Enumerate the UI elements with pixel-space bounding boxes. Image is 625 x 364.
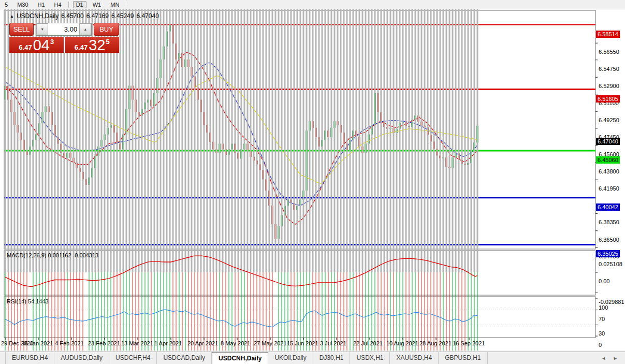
price-axis-tick: 6.36500 <box>599 237 619 243</box>
rsi-indicator-label: RSI(14) 54.1443 <box>7 298 49 304</box>
volume-increase-button[interactable]: ▲ <box>79 23 91 35</box>
price-axis-tick: 6.38350 <box>599 219 619 225</box>
timeframe-m30[interactable]: M30 <box>14 1 31 8</box>
date-axis-label: 23 Feb 2021 <box>88 340 120 346</box>
price-level-tag: 6.51605 <box>596 95 620 103</box>
date-axis-label: 13 Mar 2021 <box>121 340 153 346</box>
tab-dj30-h1[interactable]: DJ30,H1 <box>313 352 351 364</box>
macd-scale-label: -0.029881 <box>599 299 624 305</box>
tab-scroll-right-icon[interactable]: ► <box>613 356 618 361</box>
toolbar-separator <box>126 2 127 8</box>
quote-line: ▲USDCNH,Daily6.457006.471696.452496.4704… <box>10 12 162 20</box>
buy-button[interactable]: BUY <box>94 23 119 36</box>
timeframe-h1[interactable]: H1 <box>35 1 48 8</box>
date-axis-label: 4 Feb 2021 <box>55 340 84 346</box>
tab-usdcad-daily[interactable]: USDCAD,Daily <box>157 352 212 364</box>
date-axis-label: 27 May 2021 <box>254 340 287 346</box>
buy-price-big: 32 <box>89 38 105 52</box>
volume-stepper: ▼ ▲ <box>36 23 92 36</box>
tab-xauusd-h4[interactable]: XAUUSD,H4 <box>390 352 439 364</box>
timeframe-h4[interactable]: H4 <box>51 1 65 8</box>
chart-window: ▲USDCNH,Daily6.457006.471696.452496.4704… <box>0 9 625 351</box>
timeframe-mn[interactable]: MN <box>107 1 122 8</box>
rsi-scale-label: 70 <box>599 316 605 322</box>
symbol-tab-bar: EURUSD,H4 AUDUSD,Daily USDCHF,H4 USDCAD,… <box>0 352 625 364</box>
timeframe-toolbar: 5 M30 H1 H4 D1 W1 MN <box>0 0 625 9</box>
price-level-tag: 6.35025 <box>596 250 620 257</box>
date-axis-label: 1 Apr 2021 <box>154 340 182 346</box>
tab-usdx-h1[interactable]: USDX,H1 <box>350 352 390 364</box>
rsi-scale-label: 100 <box>599 304 608 311</box>
timeframe-w1[interactable]: W1 <box>90 1 105 8</box>
date-axis-label: 8 May 2021 <box>221 340 250 346</box>
tab-scroll-arrows: ◄ ► <box>601 352 625 364</box>
date-axis-label: 16 Jan 2021 <box>22 340 53 346</box>
buy-price-prefix: 6.47 <box>75 43 88 52</box>
macd-indicator-label: MACD(12,26,9) 0.001162 -0.004313 <box>7 252 98 258</box>
price-axis-tick: 6.49250 <box>599 117 619 123</box>
macd-scale-label: 0.00 <box>599 278 609 284</box>
arrow-up-icon: ▲ <box>83 27 87 31</box>
price-level-tag: 6.40042 <box>596 203 620 211</box>
current-price-tag: 6.47040 <box>596 138 620 145</box>
sell-price-pip: 3 <box>50 38 54 46</box>
collapse-triangle-icon[interactable]: ▲ <box>10 14 14 19</box>
sell-price-big: 04 <box>33 38 50 52</box>
price-axis-tick: 6.52900 <box>599 83 619 89</box>
price-axis-tick: 6.41950 <box>599 185 619 192</box>
sell-button[interactable]: SELL <box>9 23 34 36</box>
price-axis-tick: 6.54750 <box>599 66 619 72</box>
quote-low: 6.45249 <box>111 12 134 20</box>
price-axis-tick: 6.56550 <box>599 49 619 55</box>
tab-gbpusd-h1[interactable]: GBPUSD,H1 <box>439 352 487 364</box>
quote-open: 6.45700 <box>61 12 83 20</box>
arrow-down-icon: ▼ <box>40 27 44 31</box>
tab-audusd-daily[interactable]: AUDUSD,Daily <box>54 352 109 364</box>
price-level-tag: 6.45060 <box>596 156 620 164</box>
price-level-tag: 6.58514 <box>596 31 620 38</box>
date-axis-label: 3 Jul 2021 <box>320 340 346 346</box>
date-axis-label: 28 Aug 2021 <box>419 340 452 346</box>
timeframe-d1[interactable]: D1 <box>73 1 86 8</box>
date-axis-label: 16 Sep 2021 <box>453 340 485 346</box>
date-axis-label: 15 Jun 2021 <box>287 340 318 346</box>
volume-input[interactable] <box>48 23 79 35</box>
quote-symbol: USDCNH,Daily <box>17 12 59 20</box>
buy-price-display[interactable]: 6.47325 <box>65 37 120 53</box>
sell-price-display[interactable]: 6.47043 <box>9 37 65 53</box>
one-click-trade-panel: SELL ▼ ▲ BUY 6.47043 6.47325 <box>9 23 119 54</box>
toolbar-separator <box>68 2 69 8</box>
tab-eurusd-h4[interactable]: EURUSD,H4 <box>5 352 54 364</box>
volume-decrease-button[interactable]: ▼ <box>36 23 48 35</box>
tab-usdchf-h4[interactable]: USDCHF,H4 <box>109 352 157 364</box>
date-axis-label: 20 Apr 2021 <box>187 340 218 346</box>
macd-scale-label: 0.025108 <box>599 261 622 267</box>
price-axis-tick: 6.43800 <box>599 168 619 174</box>
date-axis-label: 22 Jul 2021 <box>353 340 383 346</box>
sell-price-prefix: 6.47 <box>19 43 32 52</box>
rsi-scale-label: 30 <box>599 330 605 337</box>
quote-high: 6.47169 <box>86 12 109 20</box>
chart-canvas[interactable] <box>0 9 625 351</box>
tab-ukoil-daily[interactable]: UKOil,Daily <box>268 352 313 364</box>
date-axis-label: 10 Aug 2021 <box>386 340 418 346</box>
rsi-scale-label: 0 <box>599 342 602 348</box>
timeframe-m5[interactable]: 5 <box>2 1 11 8</box>
quote-close: 6.47040 <box>136 12 158 20</box>
buy-price-pip: 5 <box>106 38 109 46</box>
mt4-window: { "toolbar": {"timeframes": ["5", "M30",… <box>0 0 625 364</box>
tab-usdcnh-daily[interactable]: USDCNH,Daily <box>212 352 268 364</box>
tab-scroll-left-icon[interactable]: ◄ <box>601 356 606 361</box>
